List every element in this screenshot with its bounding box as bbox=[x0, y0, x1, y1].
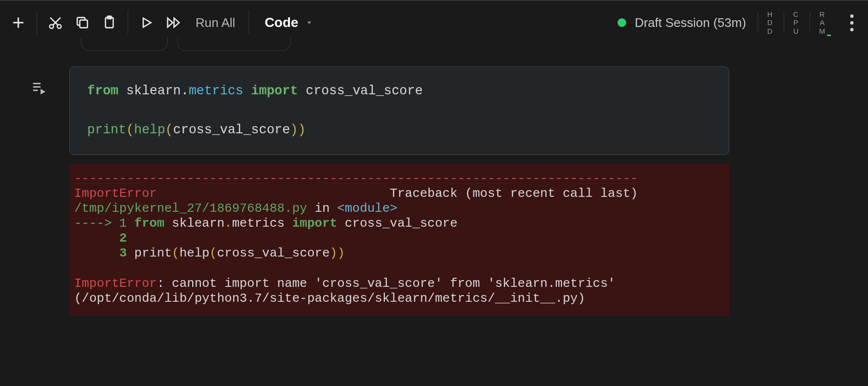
toolbar-divider bbox=[37, 11, 37, 35]
cell-type-dropdown[interactable]: Code bbox=[254, 15, 324, 30]
cell-gutter bbox=[12, 66, 69, 316]
cell-output-error: ----------------------------------------… bbox=[69, 164, 729, 316]
cell-column: from sklearn.metrics import cross_val_sc… bbox=[69, 66, 729, 316]
cell-type-label: Code bbox=[264, 15, 298, 30]
notebook-main: from sklearn.metrics import cross_val_sc… bbox=[0, 58, 868, 316]
resource-meters: HDD CPU RAM bbox=[754, 10, 840, 35]
toolbar-divider bbox=[249, 11, 249, 35]
ram-meter[interactable]: RAM bbox=[810, 10, 837, 35]
status-dot-icon bbox=[618, 18, 626, 27]
add-cell-button[interactable] bbox=[5, 9, 32, 36]
more-menu-button[interactable] bbox=[840, 6, 863, 40]
session-label: Draft Session (53m) bbox=[635, 15, 746, 30]
code-content: from sklearn.metrics import cross_val_sc… bbox=[87, 81, 711, 140]
traceback-content: ----------------------------------------… bbox=[74, 171, 724, 307]
hdd-meter[interactable]: HDD bbox=[758, 10, 784, 35]
cut-button[interactable] bbox=[42, 9, 69, 36]
svg-rect-6 bbox=[80, 20, 88, 28]
copy-button[interactable] bbox=[69, 9, 96, 36]
code-cell[interactable]: from sklearn.metrics import cross_val_sc… bbox=[69, 66, 729, 155]
fast-forward-button[interactable] bbox=[160, 9, 187, 36]
svg-marker-10 bbox=[168, 18, 173, 27]
session-status[interactable]: Draft Session (53m) bbox=[610, 15, 754, 30]
svg-marker-11 bbox=[174, 18, 179, 27]
run-all-button[interactable]: Run All bbox=[187, 15, 244, 30]
chevron-down-icon bbox=[305, 15, 314, 30]
toolbar-lower-edge bbox=[0, 44, 868, 58]
cpu-meter[interactable]: CPU bbox=[784, 10, 810, 35]
toolbar-divider bbox=[128, 11, 128, 35]
svg-marker-12 bbox=[307, 22, 312, 24]
paste-button[interactable] bbox=[96, 9, 123, 36]
svg-marker-16 bbox=[40, 89, 45, 94]
execute-cell-button[interactable] bbox=[28, 77, 49, 98]
svg-marker-9 bbox=[143, 18, 151, 27]
run-cell-button[interactable] bbox=[133, 9, 160, 36]
